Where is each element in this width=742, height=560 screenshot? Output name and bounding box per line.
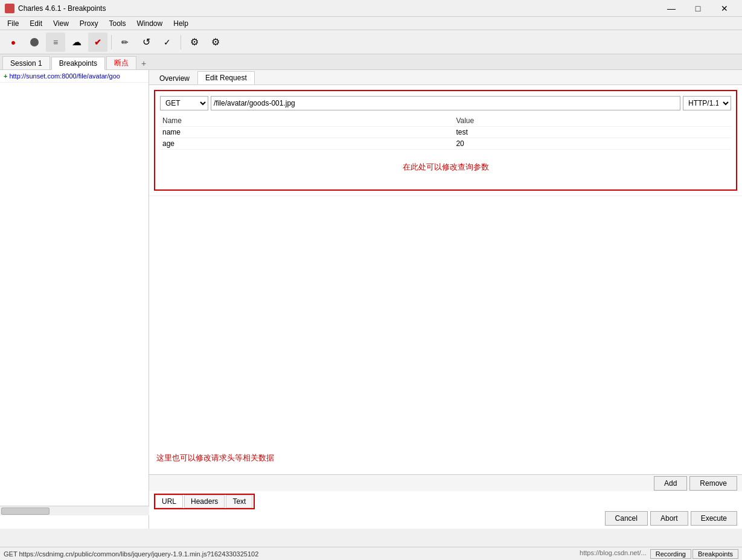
add-button[interactable]: Add <box>654 476 687 491</box>
tab-bar: Session 1 Breakpoints 断点 + <box>0 54 742 70</box>
breakpoint-toggle-button[interactable]: ✔ <box>88 33 107 52</box>
tab-chinese[interactable]: 断点 <box>106 56 136 69</box>
breakpoints-status-btn[interactable]: Breakpoints <box>692 549 738 559</box>
toolbar-separator-1 <box>111 35 112 49</box>
annotation-headers: 这里也可以修改请求头等相关数据 <box>149 448 281 468</box>
settings-button[interactable]: ⚙ <box>185 33 204 52</box>
tab-breakpoints-label: Breakpoints <box>59 59 97 68</box>
param-name-key: name <box>160 127 453 138</box>
param-age-value: 20 <box>453 138 731 150</box>
menu-edit[interactable]: Edit <box>25 18 47 29</box>
method-url-row: GET POST PUT DELETE HTTP/1.1 HTTP/2 <box>160 96 731 110</box>
tab-session1[interactable]: Session 1 <box>2 56 50 69</box>
close-button[interactable]: ✕ <box>712 0 737 17</box>
check-button[interactable]: ✓ <box>158 33 177 52</box>
add-remove-toolbar: Add Remove <box>149 474 742 491</box>
bp-tab-edit-request-label: Edit Request <box>205 74 247 82</box>
bp-tab-bar: Overview Edit Request <box>149 70 742 85</box>
url-tab-headers[interactable]: Headers <box>184 495 225 508</box>
param-row-age: age 20 <box>160 138 731 150</box>
url-tabs-container: URL Headers Text <box>154 494 255 509</box>
col-name-header: Name <box>160 115 453 127</box>
url-tab-url[interactable]: URL <box>155 495 183 508</box>
url-entry[interactable]: +http://sunset.com:8000/file/avatar/goo <box>0 70 149 83</box>
tab-chinese-label: 断点 <box>114 58 129 68</box>
menu-tools[interactable]: Tools <box>104 18 131 29</box>
maximize-button[interactable]: □ <box>685 0 711 17</box>
url-path-input[interactable] <box>211 96 680 110</box>
status-right: https://blog.csdn.net/... Recording Brea… <box>580 549 738 559</box>
url-text: http://sunset.com:8000/file/avatar/goo <box>9 72 120 80</box>
add-tab-button[interactable]: + <box>138 57 150 69</box>
right-panel: Overview Edit Request GET POST PUT DELET… <box>149 70 742 529</box>
recording-status-btn[interactable]: Recording <box>650 549 691 559</box>
tab-session1-label: Session 1 <box>10 59 42 68</box>
minimize-button[interactable]: — <box>659 0 684 17</box>
status-domain: https://blog.csdn.net/... <box>580 549 647 559</box>
execute-toolbar: Cancel Abort Execute <box>149 509 742 527</box>
execute-button[interactable]: Execute <box>691 511 737 526</box>
main-content: +http://sunset.com:8000/file/avatar/goo … <box>0 70 742 529</box>
tab-breakpoints[interactable]: Breakpoints <box>51 57 105 70</box>
menu-help[interactable]: Help <box>168 18 193 29</box>
status-url: GET https://csdnimg.cn/public/common/lib… <box>4 550 258 558</box>
param-age-key: age <box>160 138 453 150</box>
param-row-name: name test <box>160 127 731 138</box>
lower-section: 这里也可以修改请求头等相关数据 Add Remove URL Headers T… <box>149 196 742 529</box>
menu-window[interactable]: Window <box>132 18 168 29</box>
app-title: Charles 4.6.1 - Breakpoints <box>18 4 106 13</box>
clear-button[interactable]: ☁ <box>67 33 86 52</box>
bp-tab-overview-label: Overview <box>159 74 190 83</box>
record-button[interactable]: ● <box>4 33 23 52</box>
bp-tab-overview[interactable]: Overview <box>152 71 197 84</box>
title-bar: Charles 4.6.1 - Breakpoints — □ ✕ <box>0 0 742 17</box>
window-controls: — □ ✕ <box>659 0 737 17</box>
abort-button[interactable]: Abort <box>650 511 688 526</box>
left-panel: +http://sunset.com:8000/file/avatar/goo <box>0 70 149 529</box>
protocol-select[interactable]: HTTP/1.1 HTTP/2 <box>683 96 731 110</box>
menu-view[interactable]: View <box>48 18 74 29</box>
col-value-header: Value <box>453 115 731 127</box>
cancel-button[interactable]: Cancel <box>605 511 648 526</box>
edit-button[interactable]: ✏ <box>115 33 135 52</box>
scrollbar-thumb[interactable] <box>1 508 50 515</box>
bp-tab-edit-request[interactable]: Edit Request <box>197 71 255 84</box>
throttle-button[interactable]: ≡ <box>46 33 65 52</box>
remove-button[interactable]: Remove <box>689 476 737 491</box>
toolbar: ● ≡ ☁ ✔ ✏ ↺ ✓ ⚙ ⚙ <box>0 30 742 54</box>
request-editor: GET POST PUT DELETE HTTP/1.1 HTTP/2 Name… <box>154 90 737 191</box>
refresh-button[interactable]: ↺ <box>136 33 156 52</box>
status-bar: GET https://csdnimg.cn/public/common/lib… <box>0 547 742 560</box>
plus-icon: + <box>4 72 7 80</box>
menu-bar: File Edit View Proxy Tools Window Help <box>0 17 742 30</box>
menu-proxy[interactable]: Proxy <box>75 18 103 29</box>
menu-file[interactable]: File <box>2 18 24 29</box>
url-tab-text[interactable]: Text <box>226 495 252 508</box>
params-table: Name Value name test age 20 <box>160 115 731 150</box>
advanced-button[interactable]: ⚙ <box>206 33 225 52</box>
method-select[interactable]: GET POST PUT DELETE <box>160 96 208 110</box>
toolbar-separator-2 <box>181 35 181 49</box>
annotation-query-params: 在此处可以修改查询参数 <box>160 150 731 185</box>
stop-button[interactable] <box>25 33 44 52</box>
horizontal-scrollbar[interactable] <box>0 506 149 515</box>
app-icon <box>5 4 14 13</box>
param-name-value: test <box>453 127 731 138</box>
